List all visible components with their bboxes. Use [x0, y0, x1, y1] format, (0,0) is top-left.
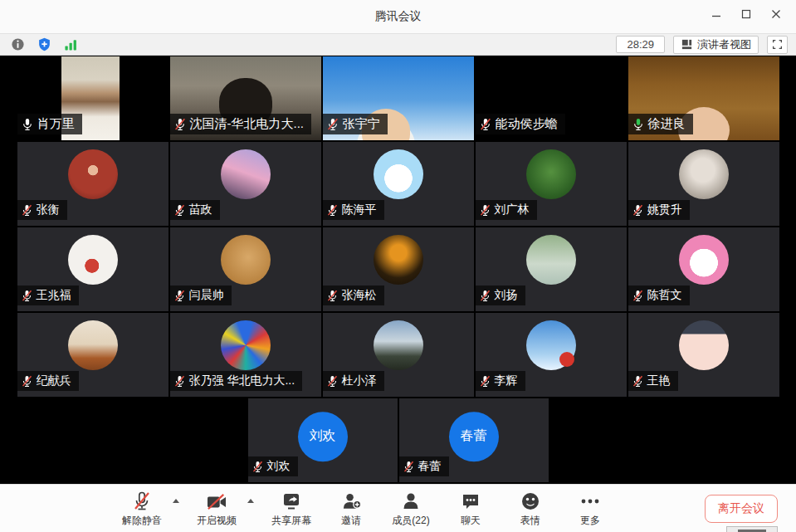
status-bar-right: 28:29 演讲者视图: [616, 36, 788, 54]
mic-muted-icon: [326, 375, 339, 388]
avatar: [374, 149, 423, 199]
window-title: 腾讯会议: [375, 9, 422, 24]
video-grid-row: 刘欢刘欢春蕾春蕾: [0, 398, 796, 482]
fullscreen-button[interactable]: [767, 36, 788, 54]
participant-name-label: 王兆福: [17, 286, 79, 305]
chevron-up-icon[interactable]: [247, 499, 254, 503]
share-screen-icon: [281, 490, 301, 511]
participant-tile[interactable]: 刘扬: [476, 227, 627, 311]
participant-name-label: 张宇宁: [323, 114, 388, 134]
participant-tile[interactable]: 张乃强 华北电力大...: [170, 313, 321, 397]
avatar: [221, 320, 271, 370]
toolbar-item[interactable]: 成员(22): [387, 490, 435, 528]
emoji-icon: [520, 490, 540, 511]
participant-tile[interactable]: 王艳: [628, 313, 779, 397]
participant-name: 陈哲文: [647, 288, 682, 303]
video-grid-row: 纪献兵张乃强 华北电力大...杜小泽李辉王艳: [0, 313, 796, 397]
participant-tile[interactable]: 张宇宁: [323, 56, 474, 140]
participant-tile[interactable]: 张衡: [17, 142, 168, 226]
participant-tile[interactable]: 杜小泽: [323, 313, 474, 397]
invite-icon: [341, 490, 362, 511]
toolbar-item-label: 更多: [580, 514, 600, 528]
mic-muted-icon: [21, 290, 33, 302]
control-toolbar: 解除静音开启视频共享屏幕邀请成员(22)聊天表情更多 离开会议: [0, 484, 796, 532]
participant-name: 能动侯步蟾: [496, 116, 558, 132]
security-shield-icon: [37, 37, 51, 51]
participant-tile[interactable]: 沈国清-华北电力大...: [170, 56, 321, 140]
toolbar-item[interactable]: 聊天: [447, 490, 495, 528]
meeting-info-button[interactable]: [8, 37, 27, 53]
participant-name-label: 张乃强 华北电力大...: [170, 371, 303, 391]
leave-meeting-button[interactable]: 离开会议: [705, 495, 778, 523]
participant-name-label: 杜小泽: [323, 371, 384, 391]
mic-muted-icon: [132, 490, 152, 511]
participant-tile[interactable]: 张海松: [323, 227, 474, 311]
network-quality-button[interactable]: [61, 37, 80, 53]
participant-name-label: 刘扬: [476, 286, 525, 305]
avatar: [526, 235, 576, 285]
participant-tile[interactable]: 纪献兵: [17, 313, 168, 397]
close-button[interactable]: [764, 5, 788, 23]
avatar: [679, 149, 729, 199]
chat-icon: [461, 490, 481, 511]
toolbar-item-label: 邀请: [341, 514, 361, 528]
participant-name-label: 刘欢: [248, 456, 298, 476]
participant-tile[interactable]: 徐进良: [628, 56, 779, 140]
avatar: [221, 149, 271, 199]
title-bar: 腾讯会议: [0, 0, 796, 33]
speaker-view-button[interactable]: 演讲者视图: [673, 36, 759, 54]
mic-muted-icon: [173, 118, 187, 131]
chevron-up-icon[interactable]: [173, 499, 179, 503]
maximize-button[interactable]: [735, 5, 758, 23]
participant-name-label: 李辉: [476, 371, 525, 391]
participant-name: 李辉: [495, 373, 518, 388]
participant-tile[interactable]: 苗政: [170, 142, 321, 226]
participant-tile[interactable]: 肖万里: [17, 56, 168, 140]
participant-tile[interactable]: 春蕾春蕾: [399, 398, 549, 482]
participant-name-label: 肖万里: [17, 114, 82, 134]
toolbar-item-label: 聊天: [461, 514, 481, 528]
participant-name-label: 陈哲文: [628, 286, 690, 305]
participant-tile[interactable]: 姚贯升: [628, 142, 779, 226]
participant-name-label: 徐进良: [628, 114, 693, 134]
toolbar-item-label: 开启视频: [197, 514, 237, 528]
participant-tile[interactable]: 刘广林: [476, 142, 627, 226]
participant-name-label: 刘广林: [476, 200, 537, 220]
participant-name-label: 陈海平: [323, 200, 384, 220]
tencent-meeting-window: { "window": { "title": "腾讯会议", "controls…: [0, 0, 796, 532]
participant-name-label: 闫晨帅: [170, 286, 232, 305]
participant-name: 杜小泽: [342, 373, 377, 388]
participant-name: 张衡: [37, 203, 60, 217]
toolbar-item[interactable]: 共享屏幕: [267, 490, 315, 528]
minimize-button[interactable]: [705, 5, 728, 23]
participant-tile[interactable]: 闫晨帅: [170, 227, 321, 311]
toolbar-item[interactable]: 表情: [506, 490, 554, 528]
toolbar-item[interactable]: 更多: [566, 490, 614, 528]
avatar: 刘欢: [298, 412, 348, 461]
mic-muted-icon: [326, 118, 339, 131]
toolbar-item[interactable]: 解除静音: [118, 490, 166, 528]
toolbar-items: 解除静音开启视频共享屏幕邀请成员(22)聊天表情更多: [118, 490, 626, 528]
participant-tile[interactable]: 李辉: [476, 313, 627, 397]
participant-name: 刘扬: [495, 288, 518, 303]
mic-muted-icon: [479, 204, 491, 217]
participant-name: 刘广林: [495, 203, 530, 217]
toolbar-item[interactable]: 开启视频: [193, 490, 241, 528]
meeting-security-button[interactable]: [35, 37, 53, 53]
participant-name-label: 张衡: [17, 200, 67, 220]
avatar: [68, 149, 118, 199]
toolbar-item[interactable]: 邀请: [327, 490, 375, 528]
participant-name-label: 能动侯步蟾: [476, 114, 565, 134]
participant-tile[interactable]: 陈海平: [323, 142, 474, 226]
participant-tile[interactable]: 王兆福: [17, 227, 168, 311]
participant-tile[interactable]: 陈哲文: [628, 227, 779, 311]
mic-muted-icon: [632, 204, 644, 217]
participant-tile[interactable]: 刘欢刘欢: [248, 398, 398, 482]
participant-name: 纪献兵: [37, 373, 71, 388]
fullscreen-icon: [772, 39, 783, 50]
avatar: [221, 235, 271, 285]
mic-muted-icon: [479, 290, 491, 302]
participant-tile[interactable]: 能动侯步蟾: [476, 56, 627, 140]
meeting-timer: 28:29: [616, 36, 665, 53]
mic-muted-icon: [21, 204, 33, 217]
